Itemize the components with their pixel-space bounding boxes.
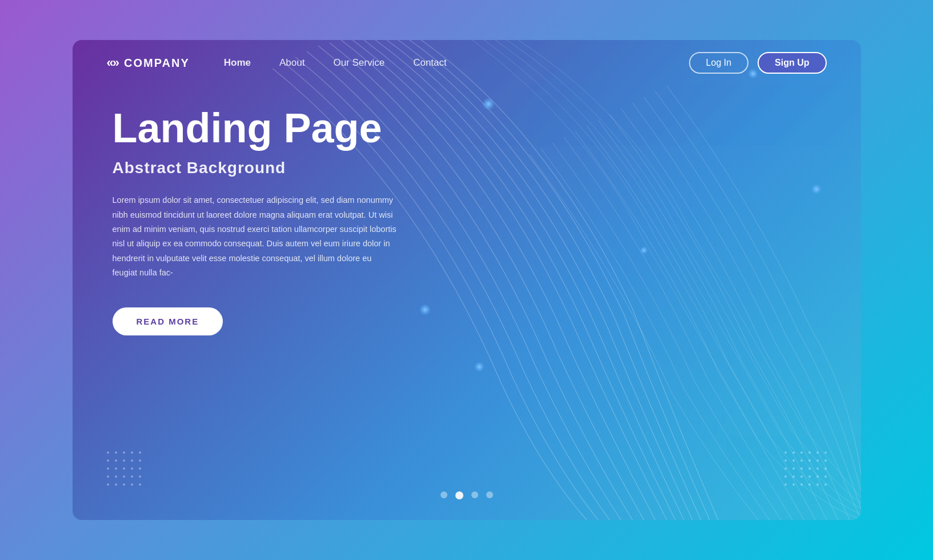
hero-subtitle: Abstract Background bbox=[113, 159, 398, 177]
nav-about[interactable]: About bbox=[279, 57, 305, 69]
nav-service[interactable]: Our Service bbox=[333, 57, 385, 69]
hero-body-text: Lorem ipsum dolor sit amet, consectetuer… bbox=[113, 193, 398, 280]
pagination-dot-3[interactable] bbox=[471, 491, 478, 498]
logo-text: COMPANY bbox=[124, 57, 190, 70]
pagination-dots bbox=[441, 491, 493, 499]
outer-background: «» COMPANY Home About Our Service Contac… bbox=[0, 0, 933, 560]
logo-icon: «» bbox=[107, 55, 118, 70]
nav-links: Home About Our Service Contact bbox=[224, 57, 689, 69]
glow-dot-6 bbox=[640, 246, 648, 254]
signup-button[interactable]: Sign Up bbox=[758, 52, 826, 74]
read-more-button[interactable]: READ MORE bbox=[113, 307, 223, 335]
dot-grid-right bbox=[784, 451, 827, 486]
hero-content: Landing Page Abstract Background Lorem i… bbox=[113, 106, 398, 335]
dot-grid-left bbox=[107, 451, 141, 486]
pagination-dot-4[interactable] bbox=[486, 491, 493, 498]
glow-dot-5 bbox=[474, 362, 484, 372]
glow-dot-3 bbox=[811, 184, 822, 194]
login-button[interactable]: Log In bbox=[689, 52, 748, 74]
main-card: «» COMPANY Home About Our Service Contac… bbox=[73, 40, 861, 520]
nav-actions: Log In Sign Up bbox=[689, 52, 827, 74]
pagination-dot-1[interactable] bbox=[441, 491, 447, 498]
glow-dot-4 bbox=[419, 304, 431, 315]
glow-dot-1 bbox=[482, 98, 495, 110]
hero-title: Landing Page bbox=[113, 106, 398, 151]
nav-home[interactable]: Home bbox=[224, 57, 251, 69]
logo-area: «» COMPANY bbox=[107, 55, 190, 70]
nav-contact[interactable]: Contact bbox=[413, 57, 447, 69]
navbar: «» COMPANY Home About Our Service Contac… bbox=[73, 40, 861, 86]
pagination-dot-2[interactable] bbox=[455, 491, 463, 499]
